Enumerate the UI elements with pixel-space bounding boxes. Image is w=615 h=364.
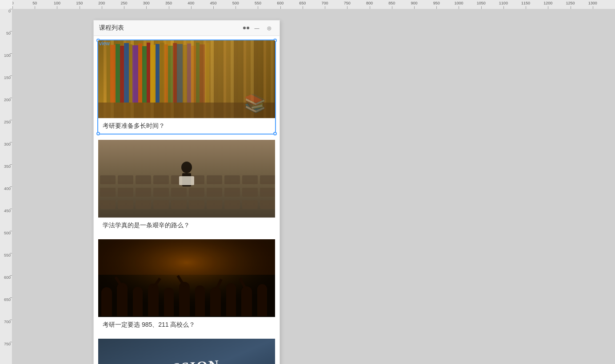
course-thumbnail-3 xyxy=(98,239,275,317)
ruler-left-label: 700 xyxy=(0,320,12,324)
ruler-top-label: 850 xyxy=(388,1,395,5)
ruler-top-label: 450 xyxy=(210,1,216,5)
ruler-left-label: 150 xyxy=(0,75,12,80)
ruler-left-tick xyxy=(10,120,12,120)
canvas-area: 课程列表 — ◎ view xyxy=(12,9,615,364)
concert-image xyxy=(98,239,275,317)
svg-rect-70 xyxy=(148,288,159,316)
view-label[interactable]: view xyxy=(97,40,112,47)
panel-body: view xyxy=(94,36,280,364)
ruler-top-label: 600 xyxy=(277,1,284,5)
ruler-top-label: 150 xyxy=(76,1,83,5)
course-card-1[interactable]: 考研要准备多长时间？ xyxy=(97,40,276,135)
ruler-left-tick xyxy=(10,209,12,209)
ruler-left-tick xyxy=(10,53,12,54)
ruler-top-label: 1200 xyxy=(543,1,552,5)
ruler-left-label: 650 xyxy=(0,297,12,302)
ruler-left-label: 350 xyxy=(0,164,12,169)
ruler-top-label: 1100 xyxy=(499,1,508,5)
svg-rect-80 xyxy=(210,292,221,316)
svg-rect-63 xyxy=(101,292,112,316)
panel-header: 课程列表 — ◎ xyxy=(94,20,280,36)
ruler-left-label: 200 xyxy=(0,98,12,102)
ruler-left-label: 400 xyxy=(0,186,12,191)
svg-rect-78 xyxy=(195,289,205,316)
ruler-top-label: 200 xyxy=(98,1,105,5)
lecture-image xyxy=(98,140,275,218)
ruler-left-label: 50 xyxy=(0,31,12,36)
ruler-left-tick xyxy=(10,275,12,276)
ruler-top-label: 0 xyxy=(12,1,14,5)
ruler-top-label: 350 xyxy=(165,1,172,5)
ruler-top-label: 50 xyxy=(32,1,37,5)
course-card-2[interactable]: 学法学真的是一条艰辛的路么？ xyxy=(97,139,276,234)
ruler-left-tick xyxy=(10,31,12,32)
passion-image: PASSION LED US HERE xyxy=(98,339,275,364)
ruler-left-tick xyxy=(10,320,12,320)
ruler-left-tick xyxy=(10,253,12,253)
course-list-panel: 课程列表 — ◎ view xyxy=(93,20,280,364)
panel-controls: — ◎ xyxy=(243,24,274,32)
svg-rect-24 xyxy=(98,40,275,118)
ruler-left-label: 500 xyxy=(0,231,12,235)
ruler-left-tick xyxy=(10,98,12,98)
ruler-left-label: 600 xyxy=(0,275,12,280)
svg-rect-59 xyxy=(98,140,275,218)
panel-title: 课程列表 xyxy=(99,24,124,32)
ruler-top-label: 300 xyxy=(143,1,150,5)
ruler-left-tick xyxy=(10,164,12,165)
ruler-top-label: 1250 xyxy=(566,1,575,5)
dots-control[interactable] xyxy=(243,27,249,29)
course-title-3: 考研一定要选 985、211 高校么？ xyxy=(98,317,275,332)
ruler-left-tick xyxy=(10,142,12,142)
minimize-button[interactable]: — xyxy=(252,24,262,32)
ruler-top-label: 1300 xyxy=(588,1,597,5)
ruler-top-label: 250 xyxy=(121,1,128,5)
ruler-left-tick xyxy=(10,75,12,76)
ruler-left-label: 250 xyxy=(0,120,12,124)
ruler-left-tick xyxy=(10,9,12,9)
ruler-top-label: 650 xyxy=(299,1,306,5)
svg-rect-85 xyxy=(241,291,252,316)
ruler-left-label: 300 xyxy=(0,142,12,146)
ruler-top-label: 1000 xyxy=(454,1,463,5)
ruler-top-label: 550 xyxy=(255,1,261,5)
course-thumbnail-1 xyxy=(98,40,275,118)
ruler-left-label: 100 xyxy=(0,53,12,58)
svg-rect-75 xyxy=(179,286,190,316)
ruler-top-label: 100 xyxy=(54,1,60,5)
library-image xyxy=(98,40,275,118)
ruler-left-tick xyxy=(10,297,12,298)
course-card-3[interactable]: 考研一定要选 985、211 高校么？ xyxy=(97,238,276,333)
ruler-left-label: 450 xyxy=(0,209,12,213)
course-thumbnail-2 xyxy=(98,140,275,218)
svg-rect-68 xyxy=(133,291,143,316)
svg-rect-88 xyxy=(257,288,267,316)
svg-rect-73 xyxy=(164,292,174,316)
course-title-2: 学法学真的是一条艰辛的路么？ xyxy=(98,218,275,233)
svg-rect-65 xyxy=(117,287,128,316)
ruler-left-tick xyxy=(10,231,12,231)
course-title-1: 考研要准备多长时间？ xyxy=(98,118,275,134)
ruler-top-label: 900 xyxy=(411,1,417,5)
ruler-top: 0501001502002503003504004505005506006507… xyxy=(12,0,615,9)
fullscreen-button[interactable]: ◎ xyxy=(264,24,274,32)
ruler-left-label: 550 xyxy=(0,253,12,257)
ruler-top-label: 750 xyxy=(344,1,351,5)
ruler-top-label: 1150 xyxy=(521,1,530,5)
course-thumbnail-4: PASSION LED US HERE xyxy=(98,339,275,364)
ruler-left: 0501001502002503003504004505005506006507… xyxy=(0,9,12,364)
ruler-left-label: 0 xyxy=(0,9,12,13)
svg-rect-89 xyxy=(98,239,275,275)
ruler-top-label: 950 xyxy=(433,1,440,5)
ruler-left-tick xyxy=(10,342,12,342)
ruler-top-label: 500 xyxy=(232,1,239,5)
svg-rect-83 xyxy=(226,287,236,316)
ruler-top-label: 1050 xyxy=(477,1,486,5)
ruler-left-label: 750 xyxy=(0,342,12,346)
ruler-top-label: 700 xyxy=(322,1,328,5)
ruler-top-label: 800 xyxy=(366,1,373,5)
ruler-left-tick xyxy=(10,186,12,187)
ruler-top-label: 400 xyxy=(188,1,194,5)
course-card-4[interactable]: PASSION LED US HERE xyxy=(97,338,276,364)
